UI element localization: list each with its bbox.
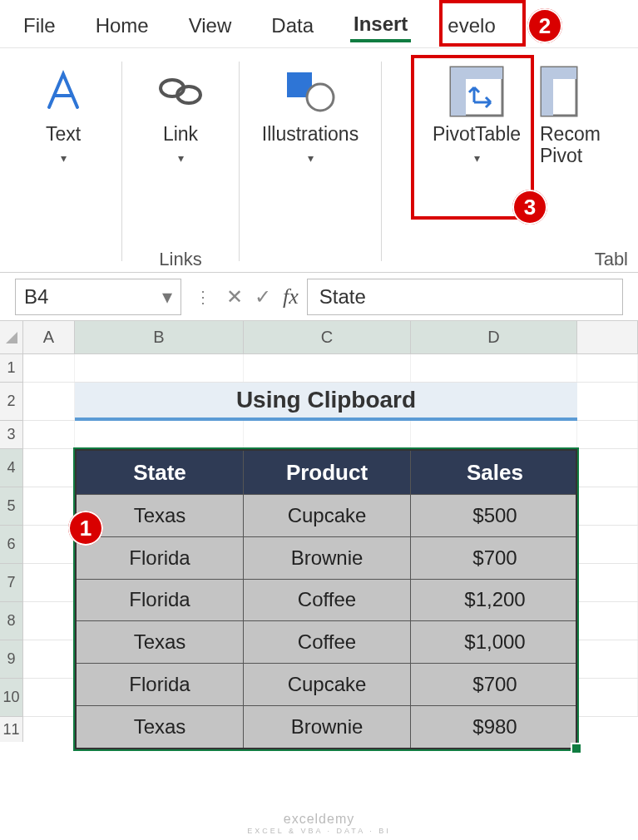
tab-data[interactable]: Data [268, 7, 317, 41]
formula-input[interactable]: State [307, 279, 623, 315]
ribbon: Text ▾ Link ▾ Links Illustrations ▾ [0, 48, 638, 273]
tab-file[interactable]: File [20, 7, 59, 41]
table-row[interactable]: TexasBrownie$980 [77, 705, 576, 748]
group-caption-tables: Tabl [382, 249, 633, 270]
grid-body: 1 2 3 4 5 6 7 8 9 10 11 Using Clipboar [0, 354, 638, 742]
th-sales[interactable]: Sales [411, 451, 579, 494]
td[interactable]: Texas [77, 706, 244, 748]
chevron-down-icon: ▾ [61, 151, 67, 165]
row-header[interactable]: 4 [0, 449, 22, 487]
td[interactable]: $500 [411, 495, 579, 536]
td[interactable]: $700 [411, 664, 579, 705]
data-table[interactable]: State Product Sales TexasCupcake$500 Flo… [75, 449, 577, 749]
row-header[interactable]: 10 [0, 679, 22, 717]
col-header-e[interactable] [577, 321, 638, 353]
link-icon [156, 65, 205, 118]
table-row[interactable]: TexasCoffee$1,000 [77, 620, 576, 663]
table-row[interactable]: FloridaCoffee$1,200 [77, 579, 576, 621]
link-button[interactable]: Link ▾ [131, 60, 230, 170]
row-header[interactable]: 5 [0, 487, 22, 526]
column-headers: A B C D [0, 321, 638, 354]
col-header-c[interactable]: C [244, 321, 411, 353]
row-header[interactable]: 8 [0, 602, 22, 640]
td[interactable]: Florida [77, 580, 244, 621]
text-button[interactable]: Text ▾ [13, 60, 113, 170]
fx-icon[interactable]: fx [283, 284, 299, 309]
annotation-badge-1: 1 [68, 511, 103, 546]
group-text: Text ▾ [5, 57, 121, 272]
enter-icon[interactable]: ✓ [255, 285, 271, 309]
row-header[interactable]: 11 [0, 717, 22, 742]
td[interactable]: $700 [411, 537, 579, 579]
formula-value: State [319, 285, 366, 309]
recommended-label: Recom Pivot [540, 123, 606, 167]
chevron-down-icon: ▾ [178, 151, 184, 165]
row-header[interactable]: 6 [0, 526, 22, 564]
shapes-icon [284, 65, 337, 118]
td[interactable]: Brownie [244, 706, 411, 748]
fill-handle-icon[interactable] [572, 744, 581, 753]
td[interactable]: Cupcake [244, 664, 411, 705]
cancel-icon[interactable]: ✕ [226, 285, 243, 309]
name-box[interactable]: B4 ▾ [15, 279, 181, 315]
table-row[interactable]: FloridaBrownie$700 [77, 536, 576, 579]
formula-actions: ✕ ✓ fx [226, 284, 299, 309]
text-label: Text [46, 123, 81, 145]
annotation-badge-2: 2 [527, 8, 562, 43]
annotation-box-insert-tab [439, 0, 526, 47]
row-headers: 1 2 3 4 5 6 7 8 9 10 11 [0, 354, 23, 742]
tab-home[interactable]: Home [92, 7, 152, 41]
tab-insert[interactable]: Insert [350, 6, 411, 42]
td[interactable]: Texas [77, 621, 244, 663]
th-state[interactable]: State [77, 451, 244, 494]
chevron-down-icon: ▾ [308, 151, 314, 165]
recommended-pivottables-button[interactable]: Recom Pivot [538, 60, 605, 172]
td[interactable]: Coffee [244, 580, 411, 621]
text-a-icon [41, 65, 86, 118]
link-label: Link [163, 123, 198, 145]
chevron-down-icon: ▾ [162, 285, 172, 309]
watermark: exceldemy EXCEL & VBA · DATA · BI [0, 812, 638, 835]
col-header-a[interactable]: A [23, 321, 75, 353]
title-cell[interactable]: Using Clipboard [75, 383, 577, 421]
th-product[interactable]: Product [244, 451, 411, 494]
formula-bar: B4 ▾ ⋮ ✕ ✓ fx State [0, 273, 638, 321]
row-header[interactable]: 7 [0, 564, 22, 602]
td[interactable]: Brownie [244, 537, 411, 579]
group-illustrations: Illustrations ▾ [240, 57, 381, 272]
name-box-value: B4 [24, 285, 48, 309]
td[interactable]: Cupcake [244, 495, 411, 536]
svg-point-3 [307, 84, 334, 111]
group-caption-links: Links [122, 249, 239, 270]
td[interactable]: $1,000 [411, 621, 579, 663]
annotation-badge-3: 3 [512, 190, 547, 225]
table-header-row: State Product Sales [77, 451, 576, 494]
recommended-pivot-icon [540, 65, 578, 118]
row-header[interactable]: 3 [0, 421, 22, 449]
cells-area[interactable]: Using Clipboard State Product Sales Texa… [23, 354, 638, 742]
select-all-corner[interactable] [0, 321, 23, 353]
col-header-b[interactable]: B [75, 321, 244, 353]
td[interactable]: Coffee [244, 621, 411, 663]
annotation-box-pivottable [411, 55, 534, 220]
td[interactable]: $1,200 [411, 580, 579, 621]
row-header[interactable]: 1 [0, 354, 22, 383]
td[interactable]: Florida [77, 537, 244, 579]
illustrations-button[interactable]: Illustrations ▾ [248, 60, 373, 170]
table-row[interactable]: FloridaCupcake$700 [77, 663, 576, 705]
table-row[interactable]: TexasCupcake$500 [77, 494, 576, 536]
col-header-d[interactable]: D [411, 321, 577, 353]
row-header[interactable]: 9 [0, 640, 22, 679]
drag-handle-icon[interactable]: ⋮ [190, 287, 218, 307]
illustrations-label: Illustrations [262, 123, 359, 145]
svg-rect-9 [542, 67, 553, 116]
td[interactable]: Florida [77, 664, 244, 705]
group-links: Link ▾ Links [122, 57, 239, 272]
td[interactable]: $980 [411, 706, 579, 748]
row-header[interactable]: 2 [0, 383, 22, 421]
tab-view[interactable]: View [185, 7, 235, 41]
